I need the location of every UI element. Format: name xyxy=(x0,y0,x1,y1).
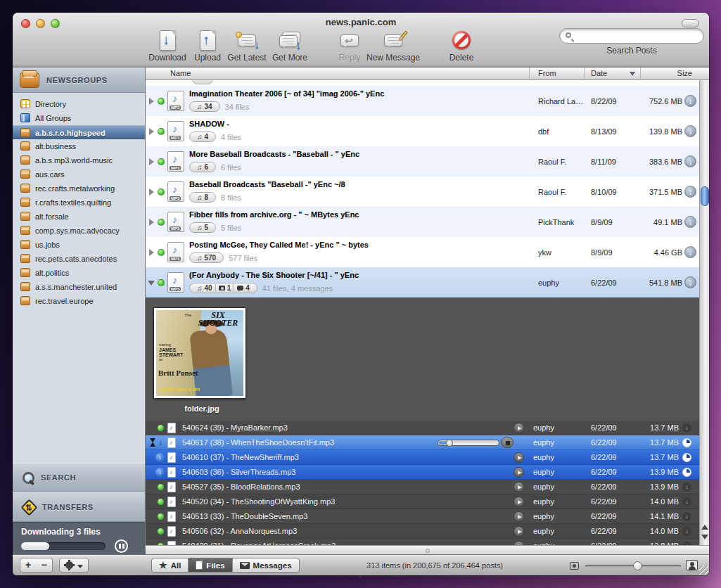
thread-row[interactable]: Imagination Theater 2006 [~ of 34] "imag… xyxy=(146,86,699,116)
download-thread-button[interactable]: ↓ xyxy=(684,125,696,137)
pause-transfers-button[interactable] xyxy=(115,539,128,553)
action-menu-button[interactable] xyxy=(59,558,89,573)
column-header-size[interactable]: Size xyxy=(677,69,692,77)
search-section-header[interactable]: SEARCH xyxy=(13,463,145,492)
sidebar-item-rec-pets-cats-anecdotes[interactable]: rec.pets.cats.anecdotes xyxy=(13,252,145,266)
disclosure-icon[interactable] xyxy=(149,249,154,256)
download-thread-button[interactable]: ↓ xyxy=(684,276,696,288)
download-thread-button[interactable]: ↓ xyxy=(684,155,696,167)
sidebar-item-alt-forsale[interactable]: alt.forsale xyxy=(13,210,145,224)
download-again-icon[interactable]: ↓ xyxy=(682,527,691,536)
album-art: TheSIX SHOOTERstarringJAMESSTEWARTasBrit… xyxy=(156,310,243,396)
toolbar-toggle-button[interactable] xyxy=(682,19,699,27)
remove-button[interactable]: − xyxy=(36,558,53,573)
sidebar-item-a-b-s-mp3-world-music[interactable]: a.b.s.mp3.world-music xyxy=(13,153,145,167)
download-thread-button[interactable]: ↓ xyxy=(684,216,696,228)
group-icon xyxy=(20,212,30,221)
sidebar-item-label: aus.cars xyxy=(35,167,145,181)
sidebar-item-a-b-s-r-o-highspeed[interactable]: a.b.s.r.o.highspeed xyxy=(13,125,145,139)
progress-knob[interactable] xyxy=(446,440,453,447)
music-note-icon: ♫ xyxy=(197,133,203,141)
download-again-icon[interactable]: ↓ xyxy=(682,423,691,433)
file-row[interactable]: 540624 (39) - MyraBarker.mp3euphy6/22/09… xyxy=(146,421,699,435)
download-thread-button[interactable]: ↓ xyxy=(684,246,696,258)
pane-splitter[interactable] xyxy=(146,545,709,554)
download-again-icon[interactable]: ↓ xyxy=(682,482,691,492)
disclosure-icon[interactable] xyxy=(149,219,154,226)
resize-grip[interactable] xyxy=(699,565,708,575)
disclosure-icon[interactable] xyxy=(149,158,154,165)
thread-row[interactable]: (For Anybody - The Six Shooter [~/41] - … xyxy=(146,267,699,298)
sidebar-item-rec-crafts-metalworking[interactable]: rec.crafts.metalworking xyxy=(13,181,145,196)
file-row[interactable]: 540527 (35) - BloodRelations.mp3euphy6/2… xyxy=(146,480,699,494)
sidebar-item-a-s-s-manchester-united[interactable]: a.s.s.manchester.united xyxy=(13,280,145,294)
transfers-section-header[interactable]: ⇅ TRANSFERS xyxy=(13,492,145,522)
column-header-name[interactable]: Name xyxy=(170,69,191,77)
thread-row[interactable]: Fibber fills from archive.org - " ~ MByt… xyxy=(146,207,699,237)
sidebar-item-comp-sys-mac-advocacy[interactable]: comp.sys.mac.advocacy xyxy=(13,224,145,238)
sidebar-item-rec-travel-europe[interactable]: rec.travel.europe xyxy=(13,294,145,308)
search-icon xyxy=(566,32,571,38)
newsgroups-section-header[interactable]: NEWSGROUPS xyxy=(13,68,145,93)
play-button[interactable] xyxy=(513,482,524,492)
new-message-button[interactable]: New Message xyxy=(362,28,425,63)
unread-status-dot xyxy=(158,249,165,256)
sidebar-item-directory[interactable]: Directory xyxy=(13,97,145,111)
file-progress-bar[interactable] xyxy=(438,440,499,446)
thread-title: Imagination Theater 2006 [~ of 34] "imag… xyxy=(189,89,534,98)
column-header-from[interactable]: From xyxy=(538,69,556,77)
sidebar-item-r-crafts-textiles-quilting[interactable]: r.crafts.textiles.quilting xyxy=(13,196,145,210)
disclosure-icon[interactable] xyxy=(149,128,154,135)
segment-messages[interactable]: Messages xyxy=(232,558,299,572)
thread-row[interactable]: More Baseball Broadcasts - "Baseball - "… xyxy=(146,146,699,177)
thread-row[interactable]: Baseball Broadcasts "Baseball -" yEnc ~/… xyxy=(146,177,699,207)
delete-button[interactable]: Delete xyxy=(437,28,486,63)
sidebar-item-us-jobs[interactable]: us.jobs xyxy=(13,238,145,252)
disclosure-open-icon[interactable] xyxy=(148,281,155,286)
scrollbar-thumb[interactable] xyxy=(701,186,709,206)
sidebar-item-all-groups[interactable]: All Groups xyxy=(13,111,145,125)
file-row[interactable]: ↓540610 (37) - TheNewSheriff.mp3euphy6/2… xyxy=(146,450,699,465)
play-button[interactable] xyxy=(513,423,524,433)
segment-files[interactable]: Files xyxy=(188,558,231,572)
scroll-up-arrow[interactable] xyxy=(701,525,708,530)
thread-row[interactable]: SHADOW -♫44 filesdbf8/13/09139.8 MB↓ xyxy=(146,116,699,146)
file-row[interactable]: ↓540617 (38) - WhenTheShoeDoesn'tFit.mp3… xyxy=(146,435,699,450)
thumbnail-size-slider[interactable] xyxy=(585,565,681,568)
sidebar-item-aus-cars[interactable]: aus.cars xyxy=(13,167,145,181)
sidebar-item-alt-politics[interactable]: alt.politics xyxy=(13,266,145,280)
play-button[interactable] xyxy=(513,497,524,507)
vertical-scrollbar[interactable] xyxy=(699,80,709,545)
file-row[interactable]: 540513 (33) - TheDoubleSeven.mp3euphy6/2… xyxy=(146,509,699,524)
play-button[interactable] xyxy=(513,526,524,537)
play-button[interactable] xyxy=(513,452,524,463)
disclosure-icon[interactable] xyxy=(149,98,154,105)
add-button[interactable]: + xyxy=(20,558,37,573)
stop-download-button[interactable] xyxy=(501,437,513,448)
scroll-down-arrow[interactable] xyxy=(701,535,708,539)
search-input[interactable] xyxy=(559,28,704,44)
download-again-icon[interactable]: ↓ xyxy=(682,497,691,506)
disclosure-icon[interactable] xyxy=(149,188,154,196)
download-again-icon[interactable]: ↓ xyxy=(682,512,691,521)
file-row[interactable]: 540506 (32) - AnnaNorquest.mp3euphy6/22/… xyxy=(146,524,699,539)
file-row[interactable]: ↓540603 (36) - SilverThreads.mp3euphy6/2… xyxy=(146,465,699,480)
slider-thumb[interactable] xyxy=(633,561,642,570)
sort-indicator-icon xyxy=(630,72,635,76)
play-button[interactable] xyxy=(513,467,524,478)
file-row[interactable]: 540520 (34) - TheShootingOfWyattKing.mp3… xyxy=(146,494,699,509)
file-row[interactable]: 540429 (31) - RevengeAtHarnessCreek.mp3e… xyxy=(146,539,699,545)
thread-files-summary: 34 files xyxy=(225,103,250,111)
file-name: 540603 (36) - SilverThreads.mp3 xyxy=(182,468,502,476)
play-button[interactable] xyxy=(513,511,524,522)
download-thread-button[interactable]: ↓ xyxy=(684,186,696,198)
thread-badges: ♫570577 files xyxy=(189,253,257,263)
titlebar-toolbar: news.panic.com ↓ Download ↑ Upload ↓ Get… xyxy=(13,13,709,68)
thread-row[interactable]: Posting McGee, They Called Me! - yEnc " … xyxy=(146,237,699,267)
get-more-button[interactable]: ↓ Get More xyxy=(264,28,316,63)
download-thread-button[interactable]: ↓ xyxy=(684,95,696,107)
segment-all[interactable]: ★All xyxy=(152,558,188,572)
image-thumbnail[interactable]: TheSIX SHOOTERstarringJAMESSTEWARTasBrit… xyxy=(153,307,246,399)
column-header-date[interactable]: Date xyxy=(591,69,607,77)
sidebar-item-alt-business[interactable]: alt.business xyxy=(13,139,145,153)
